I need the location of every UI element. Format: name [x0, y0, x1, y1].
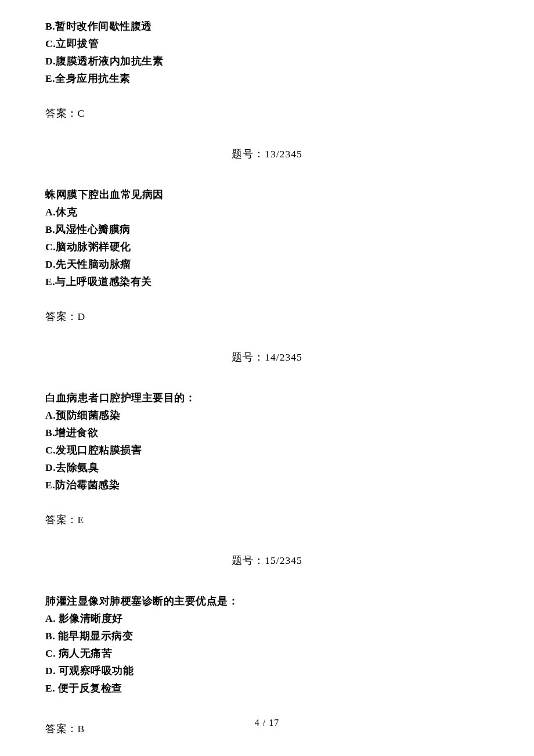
- q14-option-e: E.防治霉菌感染: [45, 476, 489, 494]
- spacer: [45, 290, 489, 308]
- q15-option-e: E. 便于反复检查: [45, 679, 489, 697]
- q14-option-a: A.预防细菌感染: [45, 406, 489, 424]
- q14-stem: 白血病患者口腔护理主要目的：: [45, 389, 489, 406]
- q15-option-a: A. 影像清晰度好: [45, 610, 489, 627]
- top-answer: 答案：C: [45, 105, 489, 122]
- spacer: [45, 87, 489, 105]
- top-option-c: C.立即拔管: [45, 35, 489, 52]
- spacer: [45, 737, 489, 756]
- q13-option-e: E.与上呼吸道感染有关: [45, 273, 489, 290]
- spacer: [45, 569, 489, 592]
- page-footer: 4 / 17: [0, 718, 534, 728]
- spacer: [45, 163, 489, 186]
- q14-answer: 答案：E: [45, 511, 489, 528]
- spacer: [45, 366, 489, 389]
- top-option-b: B.暂时改作间歇性腹透: [45, 17, 489, 35]
- q13-option-d: D.先天性脑动脉瘤: [45, 255, 489, 273]
- q13-option-a: A.休克: [45, 203, 489, 221]
- q15-option-d: D. 可观察呼吸功能: [45, 662, 489, 679]
- top-option-e: E.全身应用抗生素: [45, 70, 489, 87]
- q15-tihao: 题号：15/2345: [45, 552, 489, 569]
- q13-tihao: 题号：13/2345: [45, 145, 489, 163]
- q14-tihao: 题号：14/2345: [45, 348, 489, 366]
- q14-option-b: B.增进食欲: [45, 424, 489, 441]
- q13-option-c: C.脑动脉粥样硬化: [45, 238, 489, 255]
- spacer: [45, 325, 489, 348]
- q13-option-b: B.风湿性心瓣膜病: [45, 221, 489, 238]
- q15-stem: 肺灌注显像对肺梗塞诊断的主要优点是：: [45, 592, 489, 610]
- page-container: B.暂时改作间歇性腹透 C.立即拔管 D.腹膜透析液内加抗生素 E.全身应用抗生…: [0, 0, 534, 756]
- q14-option-c: C.发现口腔粘膜损害: [45, 441, 489, 459]
- q13-answer: 答案：D: [45, 308, 489, 325]
- q14-option-d: D.去除氨臭: [45, 459, 489, 476]
- spacer: [45, 528, 489, 552]
- q15-option-b: B. 能早期显示病变: [45, 627, 489, 645]
- q13-stem: 蛛网膜下腔出血常见病因: [45, 186, 489, 203]
- spacer: [45, 122, 489, 145]
- spacer: [45, 697, 489, 720]
- q15-option-c: C. 病人无痛苦: [45, 645, 489, 662]
- top-option-d: D.腹膜透析液内加抗生素: [45, 52, 489, 70]
- spacer: [45, 494, 489, 511]
